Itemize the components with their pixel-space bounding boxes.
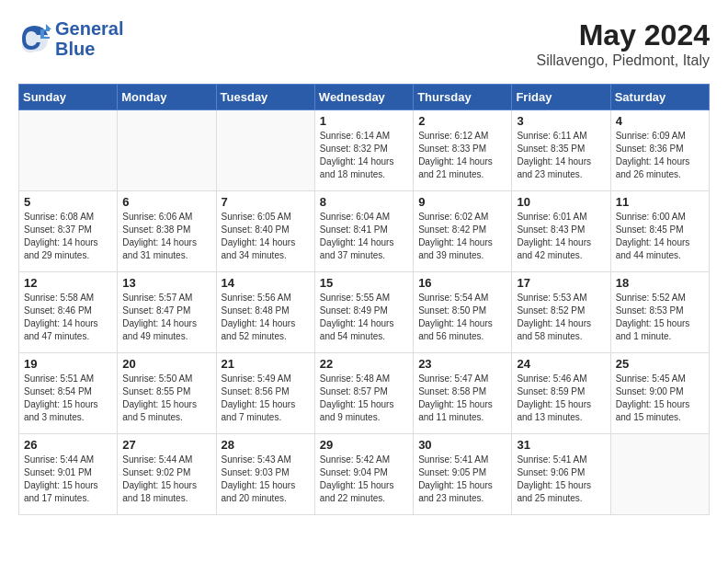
calendar-cell: 20Sunrise: 5:50 AM Sunset: 8:55 PM Dayli… — [118, 353, 216, 434]
month-year: May 2024 — [536, 18, 710, 52]
day-number: 21 — [222, 357, 310, 371]
calendar-cell: 24Sunrise: 5:46 AM Sunset: 8:59 PM Dayli… — [512, 353, 610, 434]
calendar-cell: 1Sunrise: 6:14 AM Sunset: 8:32 PM Daylig… — [314, 110, 413, 191]
calendar-cell — [216, 110, 314, 191]
day-number: 23 — [418, 357, 506, 371]
day-info: Sunrise: 5:49 AM Sunset: 8:56 PM Dayligh… — [222, 373, 310, 424]
day-number: 18 — [616, 276, 704, 290]
day-info: Sunrise: 5:55 AM Sunset: 8:49 PM Dayligh… — [320, 292, 408, 343]
day-info: Sunrise: 5:43 AM Sunset: 9:03 PM Dayligh… — [222, 454, 310, 505]
day-number: 19 — [24, 357, 112, 371]
calendar-week-4: 26Sunrise: 5:44 AM Sunset: 9:01 PM Dayli… — [19, 434, 710, 515]
weekday-header-saturday: Saturday — [610, 85, 709, 110]
day-number: 27 — [122, 438, 210, 452]
calendar-cell: 21Sunrise: 5:49 AM Sunset: 8:56 PM Dayli… — [216, 353, 314, 434]
calendar-cell: 13Sunrise: 5:57 AM Sunset: 8:47 PM Dayli… — [118, 272, 216, 353]
logo-text: General Blue — [55, 18, 123, 59]
calendar-cell: 29Sunrise: 5:42 AM Sunset: 9:04 PM Dayli… — [314, 434, 413, 515]
day-number: 20 — [122, 357, 210, 371]
day-number: 31 — [517, 438, 605, 452]
calendar-cell: 14Sunrise: 5:56 AM Sunset: 8:48 PM Dayli… — [216, 272, 314, 353]
weekday-header-wednesday: Wednesday — [314, 85, 413, 110]
calendar-cell: 9Sunrise: 6:02 AM Sunset: 8:42 PM Daylig… — [414, 191, 512, 272]
calendar-cell: 6Sunrise: 6:06 AM Sunset: 8:38 PM Daylig… — [118, 191, 216, 272]
day-info: Sunrise: 5:51 AM Sunset: 8:54 PM Dayligh… — [24, 373, 112, 424]
day-info: Sunrise: 6:01 AM Sunset: 8:43 PM Dayligh… — [517, 211, 605, 262]
day-info: Sunrise: 5:54 AM Sunset: 8:50 PM Dayligh… — [418, 292, 506, 343]
calendar-cell: 26Sunrise: 5:44 AM Sunset: 9:01 PM Dayli… — [19, 434, 118, 515]
day-number: 29 — [320, 438, 408, 452]
day-number: 3 — [517, 114, 605, 128]
title-block: May 2024 Sillavengo, Piedmont, Italy — [536, 18, 710, 69]
day-number: 11 — [616, 195, 704, 209]
day-info: Sunrise: 6:09 AM Sunset: 8:36 PM Dayligh… — [616, 130, 704, 181]
day-info: Sunrise: 5:56 AM Sunset: 8:48 PM Dayligh… — [222, 292, 310, 343]
day-number: 28 — [222, 438, 310, 452]
calendar-cell: 28Sunrise: 5:43 AM Sunset: 9:03 PM Dayli… — [216, 434, 314, 515]
calendar-cell: 8Sunrise: 6:04 AM Sunset: 8:41 PM Daylig… — [314, 191, 413, 272]
day-info: Sunrise: 5:41 AM Sunset: 9:06 PM Dayligh… — [517, 454, 605, 505]
day-info: Sunrise: 5:41 AM Sunset: 9:05 PM Dayligh… — [418, 454, 506, 505]
day-info: Sunrise: 5:44 AM Sunset: 9:02 PM Dayligh… — [122, 454, 210, 505]
day-number: 5 — [24, 195, 112, 209]
day-number: 7 — [222, 195, 310, 209]
day-info: Sunrise: 5:45 AM Sunset: 9:00 PM Dayligh… — [616, 373, 704, 424]
day-number: 24 — [517, 357, 605, 371]
day-info: Sunrise: 5:46 AM Sunset: 8:59 PM Dayligh… — [517, 373, 605, 424]
day-number: 4 — [616, 114, 704, 128]
calendar-cell: 17Sunrise: 5:53 AM Sunset: 8:52 PM Dayli… — [512, 272, 610, 353]
day-number: 13 — [122, 276, 210, 290]
weekday-header-thursday: Thursday — [414, 85, 512, 110]
location: Sillavengo, Piedmont, Italy — [536, 52, 710, 69]
calendar-cell: 4Sunrise: 6:09 AM Sunset: 8:36 PM Daylig… — [610, 110, 709, 191]
calendar-cell — [118, 110, 216, 191]
day-number: 2 — [418, 114, 506, 128]
calendar-cell: 15Sunrise: 5:55 AM Sunset: 8:49 PM Dayli… — [314, 272, 413, 353]
day-info: Sunrise: 5:44 AM Sunset: 9:01 PM Dayligh… — [24, 454, 112, 505]
weekday-header-sunday: Sunday — [19, 85, 118, 110]
calendar-cell: 3Sunrise: 6:11 AM Sunset: 8:35 PM Daylig… — [512, 110, 610, 191]
calendar-week-3: 19Sunrise: 5:51 AM Sunset: 8:54 PM Dayli… — [19, 353, 710, 434]
day-number: 25 — [616, 357, 704, 371]
day-info: Sunrise: 6:14 AM Sunset: 8:32 PM Dayligh… — [320, 130, 408, 181]
calendar-cell — [610, 434, 709, 515]
calendar-cell: 12Sunrise: 5:58 AM Sunset: 8:46 PM Dayli… — [19, 272, 118, 353]
day-info: Sunrise: 6:00 AM Sunset: 8:45 PM Dayligh… — [616, 211, 704, 262]
day-info: Sunrise: 5:42 AM Sunset: 9:04 PM Dayligh… — [320, 454, 408, 505]
day-number: 26 — [24, 438, 112, 452]
calendar-cell: 10Sunrise: 6:01 AM Sunset: 8:43 PM Dayli… — [512, 191, 610, 272]
svg-marker-1 — [46, 24, 51, 29]
weekday-header-friday: Friday — [512, 85, 610, 110]
calendar-cell: 11Sunrise: 6:00 AM Sunset: 8:45 PM Dayli… — [610, 191, 709, 272]
weekday-header-monday: Monday — [118, 85, 216, 110]
logo-icon — [18, 22, 51, 55]
day-info: Sunrise: 6:04 AM Sunset: 8:41 PM Dayligh… — [320, 211, 408, 262]
day-number: 16 — [418, 276, 506, 290]
calendar-cell: 7Sunrise: 6:05 AM Sunset: 8:40 PM Daylig… — [216, 191, 314, 272]
day-info: Sunrise: 5:52 AM Sunset: 8:53 PM Dayligh… — [616, 292, 704, 343]
weekday-header-tuesday: Tuesday — [216, 85, 314, 110]
calendar-cell: 18Sunrise: 5:52 AM Sunset: 8:53 PM Dayli… — [610, 272, 709, 353]
day-info: Sunrise: 6:02 AM Sunset: 8:42 PM Dayligh… — [418, 211, 506, 262]
calendar-cell: 5Sunrise: 6:08 AM Sunset: 8:37 PM Daylig… — [19, 191, 118, 272]
day-number: 22 — [320, 357, 408, 371]
day-info: Sunrise: 6:05 AM Sunset: 8:40 PM Dayligh… — [222, 211, 310, 262]
day-number: 9 — [418, 195, 506, 209]
day-info: Sunrise: 5:50 AM Sunset: 8:55 PM Dayligh… — [122, 373, 210, 424]
calendar-cell: 22Sunrise: 5:48 AM Sunset: 8:57 PM Dayli… — [314, 353, 413, 434]
calendar-cell: 25Sunrise: 5:45 AM Sunset: 9:00 PM Dayli… — [610, 353, 709, 434]
calendar-table: SundayMondayTuesdayWednesdayThursdayFrid… — [18, 84, 710, 515]
day-info: Sunrise: 6:06 AM Sunset: 8:38 PM Dayligh… — [122, 211, 210, 262]
day-number: 10 — [517, 195, 605, 209]
day-info: Sunrise: 5:57 AM Sunset: 8:47 PM Dayligh… — [122, 292, 210, 343]
day-info: Sunrise: 6:12 AM Sunset: 8:33 PM Dayligh… — [418, 130, 506, 181]
day-info: Sunrise: 5:47 AM Sunset: 8:58 PM Dayligh… — [418, 373, 506, 424]
day-info: Sunrise: 5:48 AM Sunset: 8:57 PM Dayligh… — [320, 373, 408, 424]
logo: General Blue — [18, 18, 123, 59]
calendar-cell: 2Sunrise: 6:12 AM Sunset: 8:33 PM Daylig… — [414, 110, 512, 191]
calendar-cell: 27Sunrise: 5:44 AM Sunset: 9:02 PM Dayli… — [118, 434, 216, 515]
calendar-week-2: 12Sunrise: 5:58 AM Sunset: 8:46 PM Dayli… — [19, 272, 710, 353]
day-number: 30 — [418, 438, 506, 452]
page-header: General Blue May 2024 Sillavengo, Piedmo… — [18, 18, 710, 69]
calendar-cell: 30Sunrise: 5:41 AM Sunset: 9:05 PM Dayli… — [414, 434, 512, 515]
